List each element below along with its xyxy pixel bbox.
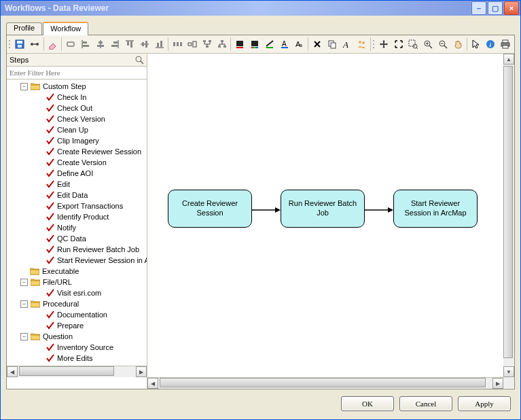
tab-workflow[interactable]: Workflow xyxy=(43,22,88,35)
flow-node-3[interactable]: Start Reviewer Session in ArcMap xyxy=(393,190,478,228)
tree-item[interactable]: Check Version xyxy=(7,113,147,124)
line-color-icon[interactable] xyxy=(262,36,277,52)
scroll-thumb[interactable] xyxy=(19,366,114,376)
tree-item[interactable]: Edit xyxy=(7,179,147,190)
align-center-h-icon[interactable] xyxy=(93,36,108,52)
svg-line-72 xyxy=(141,61,143,64)
toolbar-grip[interactable] xyxy=(9,39,10,49)
workflow-canvas[interactable]: Create Reviewer Session Run Reviewer Bat… xyxy=(147,54,503,377)
minimize-button[interactable]: – xyxy=(471,1,486,15)
tree-folder[interactable]: −File/URL xyxy=(7,277,147,287)
side-hscroll[interactable]: ◀ ▶ xyxy=(7,366,147,377)
apply-button[interactable]: Apply xyxy=(458,396,511,411)
hand-icon[interactable] xyxy=(450,36,465,52)
close-button[interactable]: × xyxy=(504,1,519,15)
eraser-icon[interactable] xyxy=(45,36,60,52)
tree-item[interactable]: Clip Imagery xyxy=(7,135,147,146)
resize-icon[interactable] xyxy=(185,36,200,52)
people-icon[interactable] xyxy=(354,36,369,52)
titlebar: Workflows - Data Reviewer – ▢ × xyxy=(1,1,520,16)
tree-folder[interactable]: −Procedural xyxy=(7,298,147,309)
fit-icon[interactable] xyxy=(391,36,406,52)
fill-color-icon[interactable] xyxy=(232,36,247,52)
tree-item[interactable]: Check Out xyxy=(7,103,147,113)
text-icon[interactable]: A xyxy=(340,36,355,52)
tree-item[interactable]: More Edits xyxy=(7,353,147,364)
svg-rect-1 xyxy=(17,41,22,43)
cancel-button[interactable]: Cancel xyxy=(399,396,452,411)
tree-item[interactable]: Inventory Source xyxy=(7,342,147,353)
tab-profile[interactable]: Profile xyxy=(6,22,42,35)
distribute-h-icon[interactable] xyxy=(170,36,185,52)
tree-item[interactable]: Export Transactions xyxy=(7,200,147,211)
align-top-icon[interactable] xyxy=(122,36,137,52)
align-bottom-icon[interactable] xyxy=(152,36,167,52)
hierarchy-icon[interactable] xyxy=(215,36,230,52)
align-center-v-icon[interactable] xyxy=(137,36,152,52)
tree-item[interactable]: Start Reviewer Session in ArcMap xyxy=(7,255,147,266)
tree-item[interactable]: Prepare xyxy=(7,320,147,331)
vscroll-thumb[interactable] xyxy=(503,66,513,358)
zoom-out-icon[interactable] xyxy=(435,36,450,52)
toolbar-grip-2[interactable] xyxy=(373,39,374,49)
tree-item[interactable]: QC Data xyxy=(7,233,147,244)
zoom-in-icon[interactable] xyxy=(420,36,435,52)
scroll-right-icon[interactable]: ▶ xyxy=(136,366,147,377)
tree-item[interactable]: Edit Data xyxy=(7,190,147,200)
delete-icon[interactable] xyxy=(310,36,325,52)
align-right-icon[interactable] xyxy=(107,36,122,52)
toggle-icon[interactable]: − xyxy=(20,300,28,308)
tree-item[interactable]: Clean Up xyxy=(7,124,147,135)
maximize-button[interactable]: ▢ xyxy=(488,1,503,15)
svg-rect-39 xyxy=(251,41,258,46)
zoom-region-icon[interactable] xyxy=(406,36,421,52)
tree-item[interactable]: Define AOI xyxy=(7,168,147,179)
link-icon[interactable] xyxy=(27,36,42,52)
pan-icon[interactable] xyxy=(376,36,391,52)
fill-gradient-icon[interactable] xyxy=(247,36,262,52)
tree-item-label: Documentation xyxy=(57,311,107,319)
node-icon[interactable] xyxy=(63,36,78,52)
flow-icon[interactable] xyxy=(200,36,215,52)
tree-folder[interactable]: −Custom Step xyxy=(7,81,147,92)
font-icon[interactable]: Aa xyxy=(291,36,306,52)
toggle-icon[interactable]: − xyxy=(20,83,28,90)
svg-point-4 xyxy=(36,43,39,46)
canvas-scroll-right-icon[interactable]: ▶ xyxy=(492,378,503,389)
save-icon[interactable] xyxy=(12,36,27,52)
scroll-left-icon[interactable]: ◀ xyxy=(7,366,18,377)
svg-rect-38 xyxy=(236,47,243,48)
toggle-icon[interactable]: − xyxy=(20,333,28,340)
info-icon[interactable]: i xyxy=(483,36,498,52)
scroll-up-icon[interactable]: ▲ xyxy=(503,54,514,65)
search-icon[interactable] xyxy=(134,55,144,65)
ok-button[interactable]: OK xyxy=(341,396,394,411)
tree-item[interactable]: Notify xyxy=(7,222,147,233)
align-left-icon[interactable] xyxy=(78,36,93,52)
svg-rect-55 xyxy=(409,40,415,46)
flow-node-2[interactable]: Run Reviewer Batch Job xyxy=(281,190,365,228)
flow-node-1[interactable]: Create Reviewer Session xyxy=(168,190,252,228)
filter-input[interactable] xyxy=(7,67,147,79)
pointer-icon[interactable] xyxy=(469,36,484,52)
svg-rect-27 xyxy=(177,42,179,46)
tree-item[interactable]: Documentation xyxy=(7,309,147,320)
canvas-scroll-thumb[interactable] xyxy=(160,378,486,387)
tree-item[interactable]: Create Version xyxy=(7,157,147,168)
tree-item[interactable]: Visit esri.com xyxy=(7,287,147,298)
canvas-hscroll[interactable]: ◀ ▶ xyxy=(147,377,503,389)
tree-item[interactable]: Identify Product xyxy=(7,211,147,222)
tree-item[interactable]: Create Reviewer Session xyxy=(7,146,147,157)
canvas-vscroll[interactable]: ▲ ▼ xyxy=(503,54,514,377)
copy-icon[interactable] xyxy=(325,36,340,52)
tree-folder[interactable]: Executable xyxy=(7,266,147,277)
canvas-scroll-left-icon[interactable]: ◀ xyxy=(147,378,158,389)
toggle-icon[interactable]: − xyxy=(20,279,28,286)
canvas-wrap: Create Reviewer Session Run Reviewer Bat… xyxy=(147,54,514,377)
tree-folder[interactable]: −Question xyxy=(7,331,147,342)
tree-item[interactable]: Check In xyxy=(7,92,147,103)
scroll-down-icon[interactable]: ▼ xyxy=(503,366,514,377)
print-icon[interactable] xyxy=(498,36,513,52)
font-color-icon[interactable]: A xyxy=(277,36,292,52)
tree-item[interactable]: Run Reviewer Batch Job xyxy=(7,244,147,255)
